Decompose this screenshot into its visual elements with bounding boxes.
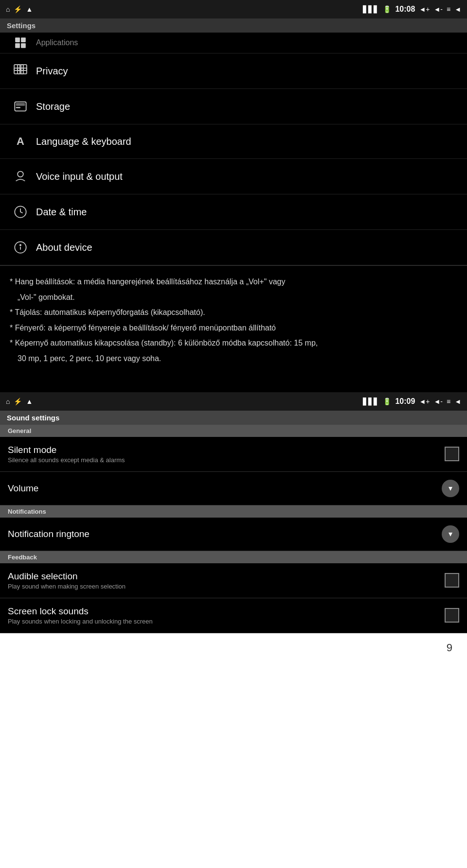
sidebar-item-storage[interactable]: Storage [0, 89, 467, 124]
status-time: 10:08 [395, 5, 415, 14]
menu-icon: ≡ [447, 5, 450, 13]
info-line-4b: 30 mp, 1 perc, 2 perc, 10 perc vagy soha… [10, 352, 457, 365]
svg-point-17 [20, 244, 21, 245]
voice-icon [10, 170, 31, 183]
silent-mode-left: Silent mode Silence all sounds except me… [8, 445, 445, 464]
battery-icon: 🔋 [383, 5, 391, 13]
section-header-notifications: Notifications [0, 505, 467, 518]
android-icon-2: ▲ [26, 398, 33, 405]
notification-ringtone-control[interactable]: ▾ [442, 525, 459, 543]
applications-icon [10, 36, 31, 49]
storage-label: Storage [36, 101, 70, 112]
volume-control[interactable]: ▾ [442, 480, 459, 497]
sidebar-item-language[interactable]: A Language & keyboard [0, 124, 467, 159]
sidebar-item-about[interactable]: About device [0, 230, 467, 265]
svg-rect-3 [21, 43, 26, 48]
notification-ringtone-item[interactable]: Notification ringtone ▾ [0, 518, 467, 551]
battery-icon-2: 🔋 [383, 398, 391, 405]
bottom-screen: ⌂ ⚡ ▲ ▋▋▋ 🔋 10:09 ◄+ ◄- ≡ ◄ Sound settin… [0, 392, 467, 633]
svg-rect-2 [15, 43, 20, 48]
back-icon-2: ◄ [454, 398, 461, 405]
sidebar-item-applications[interactable]: Applications [0, 33, 467, 53]
language-label: Language & keyboard [36, 136, 131, 147]
info-line-3: * Fényerő: a képernyő fényereje a beállí… [10, 322, 457, 334]
notification-ringtone-dropdown[interactable]: ▾ [442, 525, 459, 543]
voice-label: Voice input & output [36, 171, 123, 182]
status-icons-left: ⌂ ⚡ ▲ [6, 5, 33, 13]
svg-rect-8 [21, 65, 27, 70]
section-header-general: General [0, 425, 467, 437]
sound-settings-title-bar: Sound settings [0, 411, 467, 425]
back-icon: ◄ [454, 5, 461, 13]
screen-lock-title: Screen lock sounds [8, 606, 445, 617]
volume-left: Volume [8, 483, 442, 494]
sidebar-item-date[interactable]: Date & time [0, 194, 467, 230]
svg-rect-12 [16, 107, 20, 108]
signal-icon-2: ▋▋▋ [363, 398, 379, 405]
silent-mode-subtitle: Silence all sounds except media & alarms [8, 456, 445, 464]
status-bar-bottom: ⌂ ⚡ ▲ ▋▋▋ 🔋 10:09 ◄+ ◄- ≡ ◄ [0, 392, 467, 411]
status-bar-top: ⌂ ⚡ ▲ ▋▋▋ 🔋 10:08 ◄+ ◄- ≡ ◄ [0, 0, 467, 18]
applications-label: Applications [36, 38, 78, 47]
silent-mode-checkbox[interactable] [445, 447, 459, 461]
top-screen: ⌂ ⚡ ▲ ▋▋▋ 🔋 10:08 ◄+ ◄- ≡ ◄ Settings [0, 0, 467, 392]
volume-item[interactable]: Volume ▾ [0, 472, 467, 505]
audible-selection-left: Audible selection Play sound when making… [8, 571, 445, 590]
status-time-2: 10:09 [395, 397, 415, 406]
audible-selection-title: Audible selection [8, 571, 445, 582]
settings-title-bar: Settings [0, 18, 467, 33]
volume-down-icon: ◄- [433, 5, 443, 13]
svg-rect-9 [21, 68, 27, 74]
date-icon [10, 205, 31, 219]
sidebar-item-voice[interactable]: Voice input & output [0, 159, 467, 194]
menu-icon-2: ≡ [447, 398, 450, 405]
storage-icon [10, 100, 31, 113]
settings-list: Applications Privacy [0, 33, 467, 265]
privacy-label: Privacy [36, 66, 68, 77]
screen-lock-checkbox[interactable] [445, 608, 459, 623]
silent-mode-item[interactable]: Silent mode Silence all sounds except me… [0, 437, 467, 472]
screen-lock-sounds-item[interactable]: Screen lock sounds Play sounds when lock… [0, 598, 467, 633]
status-icons-right: ▋▋▋ 🔋 10:08 ◄+ ◄- ≡ ◄ [363, 5, 461, 14]
info-section: * Hang beállítások: a média hangerejének… [0, 265, 467, 382]
about-label: About device [36, 242, 92, 253]
section-header-feedback: Feedback [0, 551, 467, 563]
audible-selection-subtitle: Play sound when making screen selection [8, 583, 445, 590]
volume-title: Volume [8, 483, 442, 494]
notification-ringtone-left: Notification ringtone [8, 529, 442, 539]
screen-lock-left: Screen lock sounds Play sounds when lock… [8, 606, 445, 625]
svg-rect-5 [18, 65, 23, 70]
settings-title-text: Settings [7, 21, 36, 30]
usb-icon: ⚡ [14, 5, 22, 13]
svg-rect-11 [16, 103, 25, 106]
home-icon: ⌂ [6, 5, 10, 13]
svg-rect-4 [14, 65, 20, 70]
sound-settings-title: Sound settings [7, 414, 59, 422]
sidebar-item-privacy[interactable]: Privacy [0, 53, 467, 89]
usb-icon-2: ⚡ [14, 398, 22, 405]
about-icon [10, 241, 31, 254]
home-icon-2: ⌂ [6, 398, 10, 405]
screen-lock-subtitle: Play sounds when locking and unlocking t… [8, 618, 445, 625]
svg-point-13 [18, 172, 23, 177]
info-line-2: * Tájolás: automatikus képernyőforgatás … [10, 306, 457, 319]
audible-selection-checkbox[interactable] [445, 573, 459, 588]
volume-dropdown[interactable]: ▾ [442, 480, 459, 497]
language-icon: A [10, 135, 31, 148]
android-icon: ▲ [26, 5, 33, 13]
silent-mode-control[interactable] [445, 447, 459, 461]
info-line-4: * Képernyő automatikus kikapcsolása (sta… [10, 337, 457, 349]
svg-rect-0 [15, 37, 20, 42]
status-icons-left-2: ⌂ ⚡ ▲ [6, 398, 33, 405]
privacy-icon [10, 64, 31, 78]
date-label: Date & time [36, 207, 87, 218]
signal-icon: ▋▋▋ [363, 5, 379, 13]
svg-rect-1 [21, 37, 26, 42]
svg-rect-6 [14, 68, 20, 74]
audible-selection-item[interactable]: Audible selection Play sound when making… [0, 563, 467, 598]
page-number-area: 9 [0, 633, 467, 662]
page-number-text: 9 [447, 642, 452, 654]
screen-lock-control[interactable] [445, 608, 459, 623]
audible-selection-control[interactable] [445, 573, 459, 588]
svg-rect-7 [18, 68, 23, 74]
